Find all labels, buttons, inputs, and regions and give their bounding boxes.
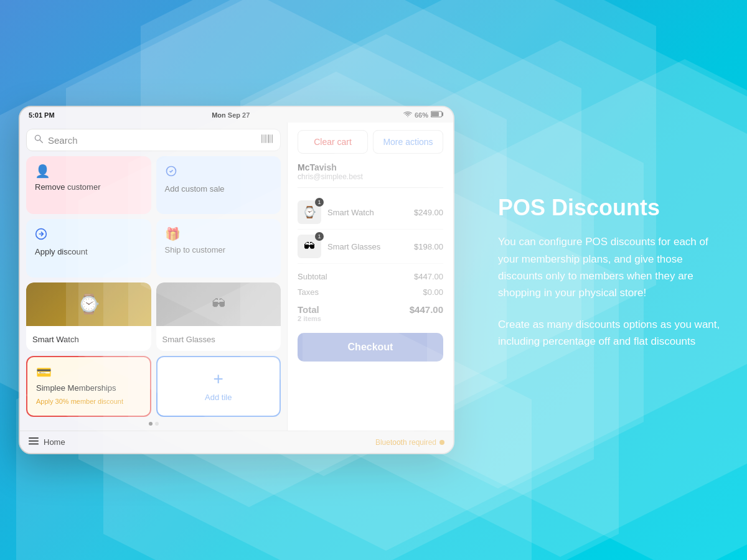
taxes-value: $0.00 (423, 287, 443, 297)
ship-to-customer-label: Ship to customer (165, 245, 273, 254)
search-icon (34, 134, 43, 146)
subtotal-value: $447.00 (414, 272, 443, 281)
home-nav[interactable]: Home (29, 437, 65, 447)
tile-smart-watch[interactable]: ⌚ Smart Watch (26, 282, 151, 351)
cart-panel: Clear cart More actions McTavish chris@s… (288, 123, 453, 431)
apply-discount-icon (35, 228, 143, 242)
tile-ship-to-customer[interactable]: 🎁 Ship to customer (156, 219, 281, 277)
wifi-icon (403, 111, 412, 119)
checkout-button[interactable]: Checkout (298, 333, 443, 362)
remove-customer-icon: 👤 (35, 165, 143, 177)
search-input[interactable] (48, 135, 256, 146)
svg-rect-16 (265, 134, 266, 143)
svg-point-12 (35, 135, 40, 140)
clear-cart-button[interactable]: Clear cart (298, 130, 368, 154)
info-title: POS Discounts (498, 195, 722, 221)
status-time-date: 5:01 PM (29, 111, 55, 119)
apply-discount-label: Apply discount (35, 247, 143, 256)
tile-add-tile[interactable]: + Add tile (156, 356, 281, 417)
dot-1 (149, 422, 153, 426)
svg-rect-22 (29, 437, 39, 439)
cart-item-glasses-thumb: 🕶 1 (298, 235, 321, 258)
add-tile-plus-icon: + (214, 370, 223, 388)
smart-glasses-image: 🕶 (156, 282, 281, 326)
glasses-thumb-icon: 🕶 (304, 240, 315, 253)
info-paragraph-1: You can configure POS discounts for each… (498, 233, 722, 301)
total-label: Total (298, 304, 321, 315)
svg-rect-17 (266, 134, 267, 143)
add-custom-sale-label: Add custom sale (165, 184, 273, 194)
total-row: Total 2 items $447.00 (298, 301, 443, 325)
remove-customer-label: Remove customer (35, 182, 143, 192)
left-panel: 👤 Remove customer Add custom sale (20, 123, 288, 431)
subtotal-row: Subtotal $447.00 (298, 269, 443, 284)
cart-actions: Clear cart More actions (298, 130, 443, 154)
cart-items-list: ⌚ 1 Smart Watch $249.00 🕶 1 (298, 195, 443, 264)
barcode-scanner-icon[interactable] (261, 134, 273, 146)
customer-info: McTavish chris@simplee.best (298, 162, 443, 188)
cart-item-watch-price: $249.00 (414, 208, 443, 217)
cart-item-watch-thumb: ⌚ 1 (298, 200, 321, 224)
watch-qty-badge: 1 (315, 198, 324, 207)
bluetooth-label: Bluetooth required (375, 438, 436, 447)
info-panel: POS Discounts You can configure POS disc… (473, 0, 747, 560)
ship-to-customer-icon: 🎁 (165, 228, 273, 240)
smart-glasses-label: Smart Glasses (156, 331, 281, 349)
status-date: Mon Sep 27 (212, 111, 250, 119)
add-tile-label: Add tile (205, 393, 232, 402)
items-count: 2 items (298, 315, 321, 322)
search-bar[interactable] (26, 129, 281, 151)
tiles-grid: 👤 Remove customer Add custom sale (20, 156, 287, 417)
home-label: Home (44, 437, 65, 447)
membership-discount-label: Apply 30% member discount (36, 398, 141, 405)
totals-section: Subtotal $447.00 Taxes $0.00 Total 2 ite… (298, 269, 443, 325)
smart-watch-label: Smart Watch (26, 331, 151, 349)
svg-rect-24 (29, 444, 39, 445)
svg-rect-19 (270, 134, 271, 143)
ipad-bottom-bar: Home Bluetooth required (20, 431, 453, 453)
svg-line-13 (40, 140, 42, 142)
add-custom-sale-icon (165, 165, 273, 179)
ipad-frame: 5:01 PM Mon Sep 27 66% (19, 106, 454, 454)
ipad-content: 👤 Remove customer Add custom sale (20, 123, 453, 431)
ipad-area: 5:01 PM Mon Sep 27 66% (0, 0, 473, 560)
battery-percentage: 66% (415, 111, 428, 119)
more-actions-button[interactable]: More actions (373, 130, 443, 154)
tile-simplee-memberships[interactable]: 💳 Simplee Memberships Apply 30% member d… (26, 356, 151, 417)
cart-item-glasses-name: Smart Glasses (327, 242, 408, 251)
tile-remove-customer[interactable]: 👤 Remove customer (26, 156, 151, 214)
cart-item-smart-watch: ⌚ 1 Smart Watch $249.00 (298, 195, 443, 230)
taxes-label: Taxes (298, 287, 319, 297)
membership-icon: 💳 (36, 366, 141, 378)
watch-thumb-icon: ⌚ (303, 205, 316, 219)
bluetooth-status: Bluetooth required (375, 438, 444, 447)
customer-name: McTavish (298, 162, 443, 172)
battery-icon (431, 111, 444, 119)
svg-rect-14 (261, 134, 263, 143)
dot-2 (155, 422, 159, 426)
svg-rect-20 (272, 134, 273, 143)
smart-watch-image: ⌚ (26, 282, 151, 326)
tile-apply-discount[interactable]: Apply discount (26, 219, 151, 277)
customer-email: chris@simplee.best (298, 172, 443, 181)
pagination-dots (20, 417, 287, 431)
subtotal-label: Subtotal (298, 272, 327, 281)
cart-item-glasses-price: $198.00 (414, 242, 443, 251)
tile-add-custom-sale[interactable]: Add custom sale (156, 156, 281, 214)
status-bar: 5:01 PM Mon Sep 27 66% (20, 107, 453, 123)
taxes-row: Taxes $0.00 (298, 284, 443, 300)
menu-icon (29, 437, 39, 447)
info-paragraph-2: Create as many discounts options as you … (498, 316, 722, 350)
cart-item-smart-glasses: 🕶 1 Smart Glasses $198.00 (298, 230, 443, 264)
membership-label: Simplee Memberships (36, 383, 141, 393)
total-value: $447.00 (410, 304, 443, 322)
svg-rect-18 (268, 134, 270, 143)
svg-rect-11 (431, 112, 439, 116)
tile-smart-glasses[interactable]: 🕶 Smart Glasses (156, 282, 281, 351)
svg-rect-23 (29, 441, 39, 442)
svg-rect-15 (263, 134, 264, 143)
glasses-qty-badge: 1 (315, 232, 324, 241)
bluetooth-dot (439, 440, 444, 445)
cart-item-watch-name: Smart Watch (327, 208, 408, 217)
